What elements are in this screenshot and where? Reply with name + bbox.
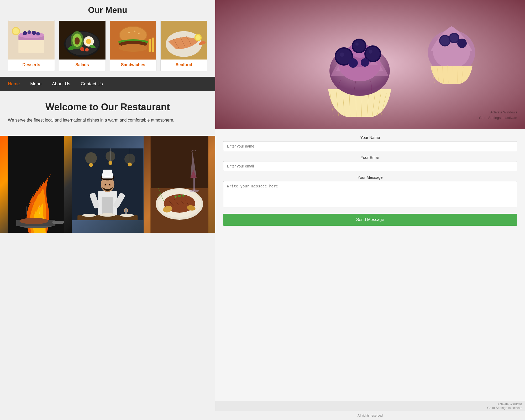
svg-point-55 <box>109 161 113 165</box>
menu-grid: Desserts <box>8 20 207 71</box>
nav-home[interactable]: Home <box>8 80 20 88</box>
menu-card-seafood[interactable]: Seafood <box>160 20 207 71</box>
svg-rect-34 <box>149 39 151 52</box>
svg-point-116 <box>369 50 372 54</box>
svg-point-57 <box>128 162 132 166</box>
menu-title: Our Menu <box>8 5 207 15</box>
svg-point-89 <box>174 196 176 198</box>
seafood-image <box>161 20 207 60</box>
svg-point-3 <box>18 32 44 38</box>
message-textarea[interactable] <box>223 181 517 207</box>
svg-rect-1 <box>18 39 44 53</box>
svg-point-104 <box>450 34 458 42</box>
svg-point-113 <box>340 52 344 57</box>
name-input[interactable] <box>223 141 517 151</box>
gallery-chef-image <box>72 136 143 233</box>
svg-rect-64 <box>103 170 112 176</box>
welcome-title: Welcome to Our Restaurant <box>8 102 207 113</box>
menu-card-salads[interactable]: Salads <box>59 20 106 71</box>
svg-point-33 <box>119 44 147 52</box>
svg-point-53 <box>89 163 93 167</box>
svg-rect-35 <box>152 38 154 52</box>
name-group: Your Name <box>223 135 517 151</box>
windows-watermark-top: Activate Windows Go to Settings to activ… <box>479 110 517 121</box>
svg-point-105 <box>457 39 467 48</box>
svg-point-7 <box>36 32 40 36</box>
svg-point-88 <box>178 195 181 197</box>
desserts-label: Desserts <box>8 62 55 67</box>
email-label: Your Email <box>223 155 517 160</box>
contact-form: Your Name Your Email Your Message Send M… <box>215 129 525 401</box>
svg-point-119 <box>355 43 359 46</box>
sandwiches-label: Sandwiches <box>110 62 156 67</box>
svg-point-20 <box>80 47 84 51</box>
svg-point-4 <box>23 31 27 35</box>
photo-gallery <box>0 136 215 233</box>
svg-point-120 <box>348 58 358 68</box>
menu-section: Our Menu <box>0 0 215 77</box>
cupcake-image-area: Activate Windows Go to Settings to activ… <box>215 0 525 129</box>
svg-point-17 <box>75 37 80 44</box>
sandwiches-image <box>110 20 156 60</box>
nav-contact[interactable]: Contact Us <box>81 80 103 88</box>
seafood-label: Seafood <box>161 62 207 67</box>
svg-point-67 <box>105 184 106 185</box>
salads-image <box>59 20 106 60</box>
svg-point-5 <box>28 30 31 34</box>
menu-card-desserts[interactable]: Desserts <box>8 20 55 71</box>
desserts-image <box>8 20 55 60</box>
svg-point-92 <box>189 190 199 192</box>
svg-point-68 <box>109 184 110 185</box>
svg-point-6 <box>32 31 36 35</box>
svg-point-115 <box>366 47 380 61</box>
svg-point-74 <box>82 214 96 217</box>
svg-point-42 <box>196 35 201 40</box>
welcome-section: Welcome to Our Restaurant We serve the f… <box>0 91 215 136</box>
email-input[interactable] <box>223 161 517 171</box>
windows-watermark-bottom: Activate Windows Go to Settings to activ… <box>215 401 525 411</box>
svg-point-21 <box>85 48 89 51</box>
svg-point-102 <box>440 36 450 45</box>
menu-card-sandwiches[interactable]: Sandwiches <box>110 20 157 71</box>
send-button[interactable]: Send Message <box>223 214 517 226</box>
nav-about[interactable]: About Us <box>52 80 70 88</box>
svg-point-118 <box>353 40 365 52</box>
svg-point-76 <box>120 214 134 217</box>
name-label: Your Name <box>223 135 517 140</box>
svg-point-121 <box>361 58 369 67</box>
svg-point-19 <box>86 39 91 44</box>
nav-menu[interactable]: Menu <box>30 80 41 88</box>
svg-point-75 <box>100 213 115 217</box>
welcome-description: We serve the finest local and internatio… <box>8 118 207 123</box>
message-label: Your Message <box>223 175 517 180</box>
svg-rect-91 <box>193 178 195 191</box>
salads-label: Salads <box>59 62 106 67</box>
gallery-fire-image <box>0 136 72 233</box>
right-panel: Activate Windows Go to Settings to activ… <box>215 0 525 420</box>
svg-point-47 <box>19 218 48 224</box>
email-group: Your Email <box>223 155 517 171</box>
message-group: Your Message <box>223 175 517 208</box>
svg-point-90 <box>182 195 184 197</box>
navbar: Home Menu About Us Contact Us <box>0 77 215 91</box>
footer: All rights reserved <box>215 411 525 420</box>
gallery-food-image <box>144 136 215 233</box>
svg-rect-46 <box>52 221 64 224</box>
